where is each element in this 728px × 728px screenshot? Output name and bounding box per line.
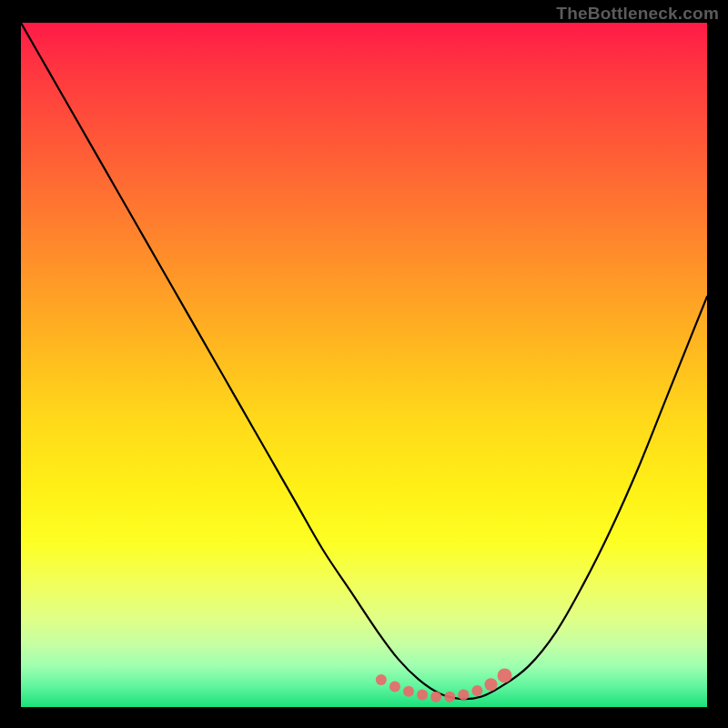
marker-dot xyxy=(430,692,441,703)
marker-dot xyxy=(403,686,414,697)
plot-area xyxy=(21,23,707,707)
attribution-label: TheBottleneck.com xyxy=(556,4,719,24)
chart-svg xyxy=(21,23,707,707)
marker-dot xyxy=(376,674,387,685)
chart-frame: TheBottleneck.com xyxy=(0,0,728,728)
marker-dot xyxy=(444,692,455,703)
highlighted-range-markers xyxy=(376,668,512,702)
marker-dot xyxy=(471,685,482,696)
marker-dot xyxy=(484,678,497,691)
marker-dot xyxy=(458,689,469,700)
marker-dot xyxy=(498,668,512,682)
marker-dot xyxy=(389,681,400,692)
marker-dot xyxy=(417,689,428,700)
bottleneck-curve xyxy=(21,23,707,699)
